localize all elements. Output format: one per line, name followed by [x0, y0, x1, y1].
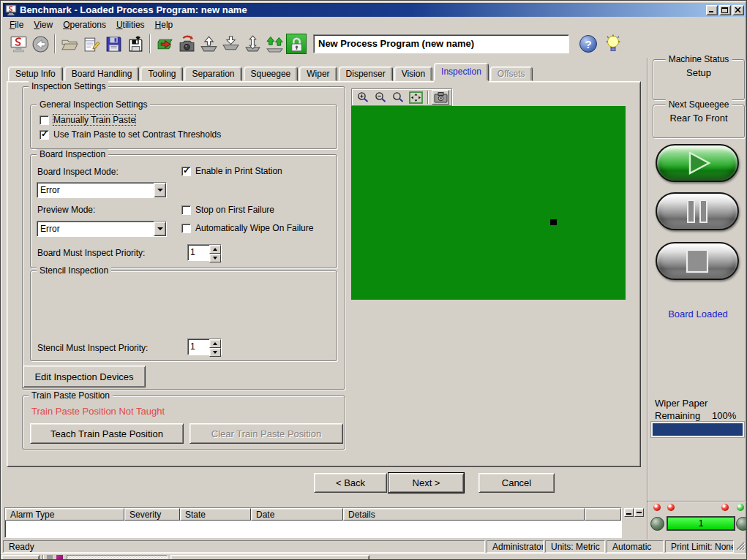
tab-separation[interactable]: Separation: [184, 67, 241, 81]
column-header-details[interactable]: Details: [343, 508, 585, 521]
restore-icon: [637, 512, 642, 513]
stop-icon: [683, 248, 712, 274]
help-icon[interactable]: ?: [579, 35, 597, 53]
menu-operations[interactable]: Operations: [58, 18, 111, 31]
zoom-select-button[interactable]: [389, 90, 407, 105]
zoom-out-button[interactable]: [372, 90, 389, 105]
board-down-icon: [222, 35, 240, 53]
pause-cycle-button[interactable]: [656, 192, 739, 230]
machine-status-group: Machine Status Setup: [653, 59, 745, 100]
tab-squeegee[interactable]: Squeegee: [244, 67, 299, 81]
taskbar-sliver: [1, 553, 747, 560]
quicklaunch-icon[interactable]: [47, 555, 53, 560]
camera-target-mark: [550, 219, 557, 225]
menubar: File View Operations Utilities Help: [3, 18, 746, 31]
spin-down-button[interactable]: [209, 254, 221, 262]
save-program-button[interactable]: [102, 33, 124, 55]
tab-wiper[interactable]: Wiper: [299, 67, 337, 81]
spin-up-button[interactable]: [209, 339, 221, 348]
column-header-alarm-type[interactable]: Alarm Type: [5, 508, 124, 521]
tab-vision[interactable]: Vision: [394, 67, 432, 81]
benchmark-home-button[interactable]: [7, 33, 29, 55]
checkbox-manually-train-paste[interactable]: Manually Train Paste: [40, 115, 135, 125]
checkbox-stop-on-first-failure[interactable]: Stop on First Failure: [181, 205, 274, 215]
column-header-date[interactable]: Date: [251, 508, 343, 521]
app-icon: [5, 4, 17, 15]
checkbox-box[interactable]: [40, 116, 49, 125]
board-inspect-mode-select[interactable]: Error: [37, 182, 167, 198]
tab-dispenser[interactable]: Dispenser: [339, 67, 393, 81]
maximize-button[interactable]: [719, 5, 731, 15]
column-header-severity[interactable]: Severity: [124, 508, 180, 521]
board-raise-lower-button[interactable]: [241, 33, 263, 55]
load-board-icon: [156, 35, 174, 53]
checkbox-auto-wipe-on-failure[interactable]: Automatically Wipe On Failure: [181, 223, 313, 233]
chevron-down-icon: [157, 227, 163, 233]
machine-led-panel: 1: [647, 501, 747, 540]
column-header-state[interactable]: State: [180, 508, 251, 521]
tab-board-handling[interactable]: Board Handling: [64, 67, 140, 81]
stop-cycle-button[interactable]: [656, 242, 739, 280]
checkbox-box[interactable]: [181, 167, 191, 176]
pause-icon: [683, 198, 712, 224]
dropdown-button[interactable]: [154, 183, 166, 197]
start-cycle-button[interactable]: [656, 144, 739, 182]
resize-grip[interactable]: [735, 540, 746, 553]
spin-up-button[interactable]: [209, 245, 221, 254]
checkbox-box[interactable]: [40, 130, 49, 140]
load-board-button[interactable]: [154, 33, 176, 55]
edit-inspection-devices-button[interactable]: Edit Inspection Devices: [23, 366, 146, 387]
menu-file[interactable]: File: [4, 18, 29, 31]
taskbar-button-active[interactable]: [67, 555, 168, 560]
close-button[interactable]: [732, 5, 744, 15]
back-button[interactable]: [29, 33, 51, 55]
save-program-as-button[interactable]: [124, 33, 146, 55]
taskbar-button[interactable]: [170, 555, 369, 560]
menu-view[interactable]: View: [29, 18, 58, 31]
camera-capture-button[interactable]: [176, 33, 198, 55]
open-program-button[interactable]: [59, 33, 80, 55]
menu-utilities[interactable]: Utilities: [111, 18, 150, 31]
machine-status-sidebar: Machine Status Setup Next Squeegee Rear …: [647, 58, 747, 501]
snapshot-button[interactable]: [432, 90, 449, 105]
selected-value: Error: [37, 183, 154, 197]
menu-help[interactable]: Help: [150, 18, 179, 31]
quicklaunch-icon-magenta[interactable]: [56, 555, 63, 560]
tab-tooling[interactable]: Tooling: [140, 67, 183, 81]
alarm-panel-restore-button[interactable]: [634, 508, 644, 517]
program-name-field[interactable]: New Process Program (new name): [313, 34, 569, 53]
alarm-panel-minimize-button[interactable]: [624, 508, 634, 517]
tab-setup-info[interactable]: Setup Info: [8, 67, 63, 81]
checkbox-use-train-paste[interactable]: Use Train Paste to set Contrast Threshol…: [40, 129, 221, 140]
camera-view[interactable]: [351, 106, 626, 300]
left-knob-button[interactable]: [650, 517, 664, 531]
cancel-wizard-button[interactable]: Cancel: [478, 473, 555, 493]
board-priority-spinner[interactable]: 1: [187, 244, 222, 261]
board-up-button[interactable]: [198, 33, 219, 55]
fit-view-button[interactable]: [407, 90, 424, 105]
snapshot-camera-icon: [434, 91, 448, 103]
checkbox-box[interactable]: [181, 205, 191, 215]
next-wizard-button[interactable]: Next >: [388, 473, 464, 493]
tab-inspection[interactable]: Inspection: [434, 63, 489, 81]
edit-program-button[interactable]: [80, 33, 102, 55]
back-wizard-button[interactable]: < Back: [314, 473, 387, 493]
stencil-priority-spinner[interactable]: 1: [187, 338, 222, 355]
minimize-button[interactable]: [706, 5, 718, 15]
checkbox-enable-in-print-station[interactable]: Enable in Print Station: [181, 166, 282, 176]
setup-lift-button[interactable]: [263, 33, 285, 55]
preview-mode-select[interactable]: Error: [37, 221, 167, 237]
zoom-in-button[interactable]: [354, 90, 372, 105]
interlock-lock-button[interactable]: [286, 34, 307, 54]
play-icon: [681, 150, 713, 176]
checkbox-box[interactable]: [181, 224, 191, 233]
alarm-table[interactable]: Alarm Type Severity State Date Details: [4, 507, 622, 538]
dropdown-button[interactable]: [154, 222, 166, 236]
teach-train-paste-button[interactable]: Teach Train Paste Position: [30, 423, 184, 444]
start-button-sliver[interactable]: [1, 555, 40, 560]
spin-down-button[interactable]: [209, 348, 221, 357]
hint-lightbulb-icon[interactable]: [606, 34, 620, 53]
right-knob-button[interactable]: [736, 517, 747, 531]
board-down-button[interactable]: [219, 33, 241, 55]
titlebar[interactable]: Benchmark - Loaded Process Program: new …: [3, 3, 746, 17]
